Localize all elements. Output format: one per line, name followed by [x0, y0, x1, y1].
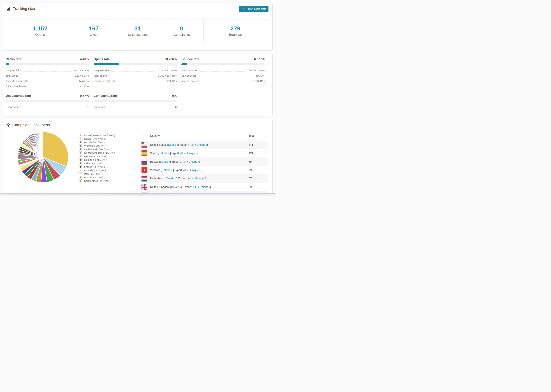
legend-item: Romania ( 49 / 3% ) [79, 158, 115, 162]
export-unique-link[interactable]: Unique › [187, 152, 198, 155]
rate-stat-label: Total clicks [6, 74, 18, 77]
rate-stat-value: 242 / 86.738% [248, 69, 265, 72]
rate-block-value: 6.927% [254, 57, 265, 61]
stat-label: Bounces [229, 33, 242, 37]
export-prefix: ] [Export: [178, 143, 190, 146]
rate-stat-value: 4.147% [80, 85, 89, 88]
dotted-leader [22, 108, 85, 108]
export-all-link[interactable]: All › [180, 152, 185, 155]
export-prefix: ] [Export: [170, 160, 182, 163]
rates-row-spacer [181, 94, 265, 109]
legend-label: Italy ( 36 / 2% ) [84, 172, 101, 175]
country-total: 79 [249, 169, 252, 172]
details-link[interactable]: Details › [159, 152, 169, 155]
rate-progress-bar [6, 63, 89, 65]
export-unique-link[interactable]: Unique › [190, 169, 201, 172]
details-link[interactable]: Details › [171, 186, 181, 189]
export-unique-link[interactable]: Unique › [200, 186, 210, 189]
details-link[interactable]: Details › [160, 160, 170, 163]
dotted-leader [27, 87, 79, 87]
bracket: ] [199, 160, 199, 163]
bracket: ] [201, 169, 201, 172]
legend-swatch [79, 158, 82, 161]
export-all-link[interactable]: All › [193, 186, 198, 189]
rate-block-title: Unsubscribe rate [6, 94, 31, 98]
rate-stat-value: 19 / 6.81% [252, 79, 265, 83]
bar-chart-icon [7, 7, 11, 11]
export-unique-link[interactable]: Unique › [189, 160, 199, 163]
rate-progress-bar [6, 100, 89, 102]
rate-stat-label: Unique clicks [6, 69, 21, 72]
export-prefix: ] [Export: [172, 169, 183, 172]
country-total: 67 [249, 177, 252, 180]
geo-table-row: United Kingdom [Details ›] [Export: All … [141, 183, 268, 191]
export-unique-link[interactable]: Unique › [195, 177, 205, 180]
legend-label: France ( 42 / 2% ) [84, 165, 105, 168]
slash: / [193, 177, 195, 180]
geo-pie-legend: United States ( 541 / 31% )Spain ( 121 /… [79, 133, 115, 183]
dotted-leader [117, 82, 165, 82]
rate-stat-value: 689.82% [167, 79, 177, 83]
legend-swatch [79, 141, 82, 144]
export-all-link[interactable]: All › [190, 143, 194, 146]
legend-swatch [79, 137, 82, 140]
flag-ru-icon [141, 159, 147, 165]
rate-stat-label: Click through rate [6, 85, 26, 88]
export-prefix: ] [Export: [169, 152, 180, 155]
rate-stat-value: 167 / 4.456% [74, 69, 89, 72]
country-cell: Spain [Details ›] [Export: All › / Uniqu… [150, 152, 198, 155]
country-name: United Kingdom [150, 186, 170, 189]
geo-header: Campaign Geo Opens [3, 119, 272, 131]
country-total: 86 [249, 160, 252, 163]
rate-stat-label: Internal bounces [181, 79, 200, 83]
bracket: ] [205, 177, 206, 180]
legend-item: Canada ( 40 / 2% ) [79, 169, 115, 172]
legend-item: South Africa ( 29 / 2% ) [79, 179, 115, 183]
dotted-leader [111, 71, 157, 71]
rate-stat-row: Unique opens1,152 / 30.736% [94, 69, 177, 72]
export-all-link[interactable]: All › [188, 177, 193, 180]
country-name: Vietnam [150, 169, 161, 172]
legend-item: Brazil ( 33 / 2% ) [79, 176, 115, 179]
details-link[interactable]: Details › [162, 169, 172, 172]
export-unique-link[interactable]: Unique › [197, 143, 207, 146]
rate-stat-label: Soft bounces [181, 74, 197, 77]
details-link[interactable]: Details › [166, 177, 177, 180]
country-name: United States [150, 143, 167, 146]
flag-nl-icon [141, 176, 147, 182]
details-link[interactable]: Details › [168, 143, 178, 146]
rate-progress-fill [94, 63, 119, 65]
rate-stat-row: Unsubscribes31 [6, 105, 89, 109]
rate-block-value: 30.736% [164, 57, 177, 61]
country-flag [141, 142, 147, 148]
map-pin-icon [7, 123, 10, 127]
legend-item: Vietnam ( 79 / 5% ) [79, 144, 115, 148]
export-basic-stats-button[interactable]: Export basic stats [239, 6, 268, 12]
export-all-link[interactable]: All › [183, 169, 188, 172]
page-title: Tracking stats [13, 7, 36, 11]
rate-block-complaints-rate: Complaints rate0%Complaints0 [94, 94, 177, 109]
bracket: ] [207, 143, 208, 146]
stat-value: 31 [134, 25, 141, 32]
legend-label: Netherlands ( 67 / 4% ) [84, 148, 111, 151]
legend-label: Spain ( 121 / 7% ) [84, 137, 105, 140]
rate-progress-fill [181, 63, 187, 65]
rate-progress-bar [94, 100, 177, 102]
slash: / [185, 152, 187, 155]
geo-pie-chart[interactable] [17, 132, 69, 183]
rate-block-bounce-rate: Bounce rate6.927%Hard bounces242 / 86.73… [181, 57, 265, 88]
geo-table-row [141, 191, 268, 193]
summary-stat-clicks: 167Clicks [72, 20, 116, 42]
rate-progress-bar [181, 63, 265, 65]
legend-swatch [79, 148, 82, 151]
rate-stat-row: Total clicks220 / 5.87% [6, 74, 89, 77]
slash: / [198, 186, 200, 189]
export-all-link[interactable]: All › [182, 160, 186, 163]
slash: / [194, 143, 197, 146]
geo-title: Campaign Geo Opens [12, 123, 50, 127]
country-flag [141, 184, 147, 190]
summary-stat-bounces: 279Bounces [204, 20, 267, 42]
rate-block-title: Opens rate [94, 57, 110, 61]
rate-block-value: 4.46% [80, 57, 89, 61]
rate-block-head: Bounce rate6.927% [181, 57, 265, 61]
